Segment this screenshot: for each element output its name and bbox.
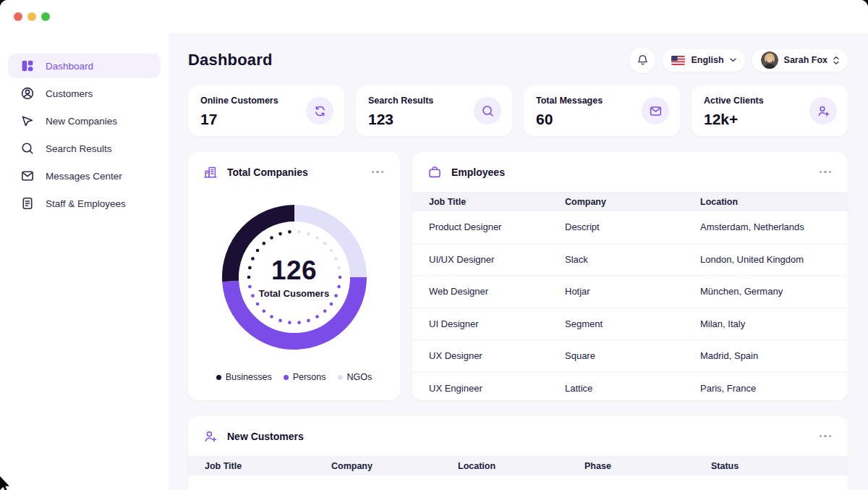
table-row: UX EngineerLatticeParis, France	[412, 373, 848, 401]
user-menu[interactable]: Sarah Fox	[752, 49, 848, 72]
employees-card: Employees Job TitleCompanyLocation Produ…	[412, 152, 848, 400]
sidebar-nav: Dashboard Customers New Companies Search…	[0, 54, 169, 216]
table-cell: UX Engineer	[429, 383, 565, 394]
sidebar-item-label: Staff & Employees	[46, 198, 126, 209]
table-cell: UI Designer	[429, 318, 565, 329]
sidebar-item-customers[interactable]: Customers	[8, 81, 161, 106]
document-icon	[20, 196, 35, 211]
new-customers-table-header: Job TitleCompanyLocationPhaseStatus	[188, 456, 848, 476]
header-controls: English Sarah Fox	[629, 47, 848, 73]
total-companies-title: Total Companies	[227, 166, 308, 178]
table-cell: Square	[565, 350, 700, 361]
bell-icon	[637, 54, 649, 67]
user-name: Sarah Fox	[784, 55, 827, 65]
sidebar-item-dashboard[interactable]: Dashboard	[8, 54, 161, 78]
table-cell: UI/UX Designer	[429, 254, 565, 265]
envelope-icon	[642, 97, 669, 124]
table-cell: Milan, Italy	[700, 318, 831, 329]
legend-item-ngos: NGOs	[338, 372, 373, 382]
chevron-down-icon	[730, 58, 736, 62]
table-cell: Slack	[565, 254, 700, 265]
sidebar-item-label: New Companies	[46, 116, 117, 127]
refresh-icon	[306, 97, 333, 124]
sidebar-item-new-companies[interactable]: New Companies	[8, 109, 161, 133]
table-row: Web DesignerHotjarMünchen, Germany	[412, 276, 848, 308]
language-label: English	[691, 55, 723, 65]
sidebar-item-label: Search Results	[46, 143, 112, 154]
table-cell: Web Designer	[429, 286, 565, 297]
sidebar-item-search-results[interactable]: Search Results	[8, 136, 161, 161]
column-header: Status	[711, 461, 831, 471]
user-circle-icon	[20, 86, 35, 101]
sidebar: Dashboard Customers New Companies Search…	[0, 33, 169, 490]
table-row: Product DesignerDescriptAmsterdam, Nethe…	[412, 211, 848, 244]
table-cell: Hotjar	[565, 286, 700, 297]
new-customers-title: New Customers	[227, 431, 304, 442]
table-cell: London, United Kingdom	[700, 254, 831, 265]
legend-dot	[338, 375, 343, 380]
table-cell: Segment	[565, 318, 700, 329]
column-header: Job Title	[205, 461, 331, 471]
minimize-window-button[interactable]	[27, 12, 36, 21]
legend-label: NGOs	[347, 372, 373, 382]
sidebar-item-messages-center[interactable]: Messages Center	[8, 164, 161, 188]
legend-dot	[284, 375, 289, 380]
legend-item-businesses: Businesses	[216, 372, 272, 382]
more-menu-icon[interactable]	[370, 166, 386, 178]
dashboard-icon	[20, 59, 35, 73]
table-cell: Madrid, Spain	[700, 350, 831, 361]
language-selector[interactable]: English	[663, 49, 744, 72]
user-add-icon	[203, 429, 218, 444]
legend-label: Businesses	[226, 372, 272, 382]
column-header: Location	[700, 197, 831, 207]
user-add-icon	[809, 97, 837, 124]
employees-title: Employees	[451, 166, 505, 178]
total-companies-card: Total Companies 126 Total Cusomers Busin…	[188, 152, 400, 400]
table-row: UX DesignerSquareMadrid, Spain	[412, 340, 848, 373]
more-menu-icon[interactable]	[818, 431, 833, 442]
column-header: Company	[565, 197, 700, 207]
close-window-button[interactable]	[14, 12, 22, 21]
search-icon	[474, 97, 501, 124]
new-customers-header: New Customers	[188, 416, 848, 456]
sidebar-item-label: Dashboard	[46, 61, 93, 72]
search-icon	[20, 141, 35, 156]
stat-card-online-customers: Online Customers 17	[188, 85, 344, 136]
sidebar-item-staff-employees[interactable]: Staff & Employees	[8, 191, 161, 216]
table-cell: UX Designer	[429, 350, 565, 361]
stat-card-total-messages: Total Messages 60	[524, 85, 680, 136]
total-companies-donut-chart	[222, 205, 367, 350]
content-row: Total Companies 126 Total Cusomers Busin…	[188, 152, 848, 400]
table-cell: Lattice	[565, 383, 700, 394]
cursor-pointer-icon	[20, 114, 35, 128]
legend-item-persons: Persons	[284, 372, 326, 382]
sidebar-item-label: Customers	[46, 88, 93, 99]
more-menu-icon[interactable]	[818, 166, 833, 178]
chart-legend: Businesses Persons NGOs	[188, 372, 400, 382]
mouse-cursor	[0, 476, 10, 490]
zoom-window-button[interactable]	[41, 12, 50, 21]
employees-table-body: Product DesignerDescriptAmsterdam, Nethe…	[412, 211, 848, 400]
column-header: Job Title	[429, 197, 565, 207]
table-row: UI/UX DesignerSlackLondon, United Kingdo…	[412, 244, 848, 276]
main-content: Dashboard English	[169, 33, 868, 490]
legend-dot	[216, 375, 221, 380]
buildings-icon	[203, 165, 218, 179]
notifications-button[interactable]	[629, 47, 655, 73]
employees-header: Employees	[412, 152, 848, 192]
new-customers-card: New Customers Job TitleCompanyLocationPh…	[188, 416, 848, 490]
briefcase-icon	[427, 165, 442, 179]
sidebar-item-label: Messages Center	[46, 171, 122, 182]
titlebar	[0, 0, 868, 33]
column-header: Company	[331, 461, 458, 471]
table-cell: Amsterdam, Netherlands	[700, 221, 831, 232]
table-cell: Descript	[565, 221, 700, 232]
total-companies-header: Total Companies	[188, 152, 400, 192]
traffic-lights	[14, 12, 50, 21]
page-header: Dashboard English	[188, 47, 848, 73]
column-header: Location	[458, 461, 584, 471]
employees-table-header: Job TitleCompanyLocation	[412, 192, 848, 211]
stat-card-search-results: Search Results 123	[356, 85, 512, 136]
column-header: Phase	[584, 461, 711, 471]
table-cell: Product Designer	[429, 221, 565, 232]
